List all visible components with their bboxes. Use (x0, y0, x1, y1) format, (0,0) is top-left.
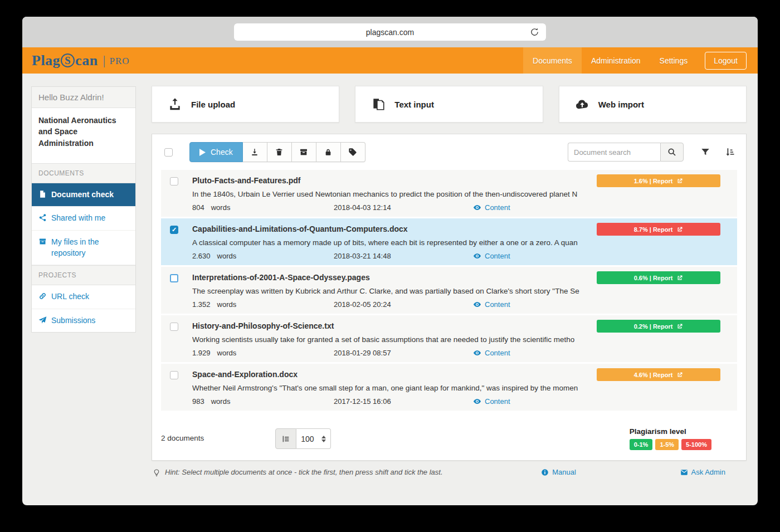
plagiarism-level-title: Plagiarism level (630, 427, 711, 436)
word-count-label: words (217, 300, 237, 309)
external-link-icon (676, 275, 683, 281)
web-import-button[interactable]: Web import (559, 86, 747, 123)
select-all-checkbox[interactable] (164, 148, 173, 157)
row-checkbox[interactable] (170, 371, 178, 379)
word-count-label: words (217, 349, 237, 357)
report-badge-text: 0.6% | Report (634, 275, 673, 281)
sidebar-greeting: Hello Buzz Aldrin! (32, 87, 135, 108)
report-badge[interactable]: 1.6% | Report (597, 174, 720, 187)
toolbar: Check (161, 142, 737, 162)
sidebar-item-submissions[interactable]: Submissions (32, 309, 135, 333)
list-view-button[interactable] (275, 428, 296, 449)
page-size-select[interactable]: 100 (296, 428, 331, 449)
nav-item-administration[interactable]: Administration (582, 47, 650, 74)
nav-item-documents[interactable]: Documents (523, 47, 582, 74)
document-title[interactable]: Interpretations-of-2001-A-Space-Odyssey.… (192, 273, 582, 282)
row-checkbox[interactable] (170, 274, 178, 282)
delete-button[interactable] (267, 142, 292, 162)
sidebar-section-projects: PROJECTS (32, 265, 135, 285)
cloud-upload-icon (575, 97, 589, 111)
sidebar: Hello Buzz Aldrin! National Aeronautics … (31, 86, 136, 333)
row-checkbox[interactable]: ✓ (170, 226, 178, 234)
document-date: 2018-04-03 12:14 (334, 203, 473, 212)
document-title[interactable]: History-and-Philosophy-of-Science.txt (192, 321, 582, 330)
report-badge-text: 4.6% | Report (634, 372, 673, 378)
document-search-input[interactable] (568, 143, 660, 162)
check-button[interactable]: Check (189, 142, 243, 162)
document-date: 2017-12-15 16:06 (334, 397, 473, 406)
file-upload-button[interactable]: File upload (152, 86, 339, 123)
level-badge-high: 5-100% (681, 439, 711, 450)
word-count: 2.630 (192, 252, 211, 260)
archive-icon (299, 148, 308, 157)
list-icon (281, 435, 290, 443)
external-link-icon (676, 323, 683, 330)
sidebar-item-shared-with-me[interactable]: Shared with me (32, 207, 135, 231)
document-date: 2018-03-21 14:48 (334, 252, 473, 260)
navbar: PlagScan | PRO Documents Administration … (22, 47, 758, 74)
filter-icon[interactable] (700, 147, 710, 157)
report-badge[interactable]: 0.6% | Report (597, 271, 720, 284)
content-link[interactable]: Content (473, 300, 510, 309)
archive-button[interactable] (292, 142, 316, 162)
report-badge[interactable]: 4.6% | Report (597, 368, 720, 381)
eye-icon (473, 349, 481, 357)
logo-text-plag: Plag (32, 52, 60, 69)
document-row: Pluto-Facts-and-Features.pdf In the 1840… (161, 170, 737, 217)
sort-icon[interactable] (725, 147, 735, 157)
search-button[interactable] (660, 143, 684, 162)
document-title[interactable]: Pluto-Facts-and-Features.pdf (192, 176, 582, 185)
sidebar-item-my-files-repository[interactable]: My files in the repository (32, 231, 135, 265)
nav-spacer (130, 47, 524, 74)
word-count: 1.929 (192, 349, 211, 357)
external-link-icon (676, 372, 683, 378)
document-row: Interpretations-of-2001-A-Space-Odyssey.… (161, 267, 737, 314)
share-icon (38, 213, 47, 222)
sidebar-item-url-check[interactable]: URL check (32, 285, 135, 309)
document-snippet: A classical computer has a memory made u… (192, 238, 602, 247)
report-badge-text: 1.6% | Report (634, 178, 673, 184)
text-input-label: Text input (394, 100, 434, 109)
text-input-button[interactable]: Text input (355, 86, 543, 123)
document-list: Pluto-Facts-and-Features.pdf In the 1840… (161, 170, 737, 411)
eye-icon (473, 203, 481, 212)
content-link[interactable]: Content (473, 349, 510, 357)
lock-button[interactable] (316, 142, 341, 162)
document-title[interactable]: Capabilities-and-Limitations-of-Quantum-… (192, 224, 582, 233)
logo-text-can: can (75, 52, 98, 69)
logo-pro: PRO (109, 54, 129, 67)
logout-button[interactable]: Logout (705, 52, 747, 70)
manual-link[interactable]: Manual (541, 468, 576, 476)
report-badge-text: 8.7% | Report (634, 226, 673, 233)
tag-button[interactable] (341, 142, 365, 162)
document-date: 2018-02-05 20:24 (334, 300, 473, 309)
document-panel: Check (152, 134, 747, 461)
plagscan-logo[interactable]: PlagScan | PRO (22, 47, 130, 74)
lightbulb-icon (153, 468, 160, 476)
tag-icon (348, 148, 357, 157)
sidebar-item-document-check[interactable]: Document check (32, 183, 135, 207)
report-badge[interactable]: 0.2% | Report (597, 320, 720, 333)
document-date: 2018-01-29 08:57 (334, 349, 473, 357)
sidebar-section-documents: DOCUMENTS (32, 163, 135, 183)
spinner-arrows-icon[interactable] (321, 436, 326, 442)
content-link[interactable]: Content (473, 397, 510, 406)
word-count: 983 (192, 397, 204, 406)
download-button[interactable] (243, 142, 267, 162)
content-link[interactable]: Content (473, 203, 510, 212)
text-input-icon (371, 97, 386, 111)
row-checkbox[interactable] (170, 177, 178, 186)
nav-item-settings[interactable]: Settings (650, 47, 698, 74)
document-title[interactable]: Space-and-Exploration.docx (192, 370, 582, 379)
organization-name: National Aeronautics and Space Administr… (32, 108, 135, 163)
url-bar[interactable]: plagscan.com (234, 23, 546, 41)
eye-icon (473, 300, 481, 309)
ask-admin-link[interactable]: Ask Admin (680, 468, 725, 476)
reload-icon[interactable] (530, 27, 539, 37)
document-snippet: In the 1840s, Urbain Le Verrier used New… (192, 190, 602, 198)
level-badge-low: 0-1% (630, 439, 653, 450)
row-checkbox[interactable] (170, 323, 178, 331)
document-row: ✓ Capabilities-and-Limitations-of-Quantu… (161, 218, 737, 265)
report-badge[interactable]: 8.7% | Report (597, 223, 720, 236)
content-link[interactable]: Content (473, 252, 510, 260)
